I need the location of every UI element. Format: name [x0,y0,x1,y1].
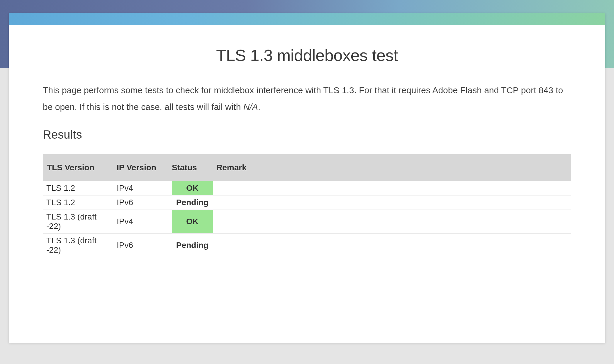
card-accent-bar [9,13,605,25]
results-heading: Results [43,128,571,141]
cell-tls: TLS 1.3 (draft -22) [43,234,113,257]
col-header-ip: IP Version [113,154,172,181]
cell-remark [213,210,571,234]
cell-tls: TLS 1.2 [43,195,113,210]
results-table: TLS Version IP Version Status Remark TLS… [43,154,571,257]
intro-paragraph: This page performs some tests to check f… [43,82,571,115]
intro-text: This page performs some tests to check f… [43,85,563,112]
page-title: TLS 1.3 middleboxes test [43,46,571,65]
cell-status: OK [172,181,213,195]
intro-suffix: . [258,102,260,112]
cell-remark [213,234,571,257]
main-card: TLS 1.3 middleboxes test This page perfo… [9,13,605,343]
cell-tls: TLS 1.2 [43,181,113,195]
cell-status: Pending [172,234,213,257]
card-content: TLS 1.3 middleboxes test This page perfo… [9,25,605,275]
cell-ip: IPv6 [113,195,172,210]
cell-remark [213,181,571,195]
table-body: TLS 1.2 IPv4 OK TLS 1.2 IPv6 Pending TLS… [43,181,571,257]
col-header-tls: TLS Version [43,154,113,181]
table-row: TLS 1.2 IPv4 OK [43,181,571,195]
col-header-status: Status [172,154,213,181]
cell-remark [213,195,571,210]
intro-na: N/A [243,102,258,112]
cell-ip: IPv6 [113,234,172,257]
cell-tls: TLS 1.3 (draft -22) [43,210,113,234]
cell-status: Pending [172,195,213,210]
cell-ip: IPv4 [113,181,172,195]
col-header-remark: Remark [213,154,571,181]
cell-status: OK [172,210,213,234]
table-row: TLS 1.3 (draft -22) IPv6 Pending [43,234,571,257]
table-header-row: TLS Version IP Version Status Remark [43,154,571,181]
cell-ip: IPv4 [113,210,172,234]
table-row: TLS 1.3 (draft -22) IPv4 OK [43,210,571,234]
table-row: TLS 1.2 IPv6 Pending [43,195,571,210]
